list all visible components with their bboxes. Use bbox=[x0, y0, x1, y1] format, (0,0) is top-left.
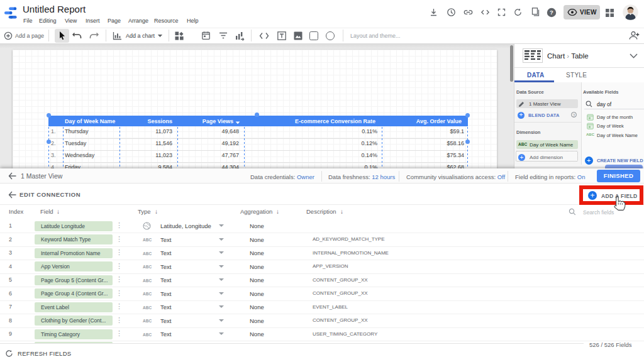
svg-text:?: ? bbox=[550, 9, 553, 16]
